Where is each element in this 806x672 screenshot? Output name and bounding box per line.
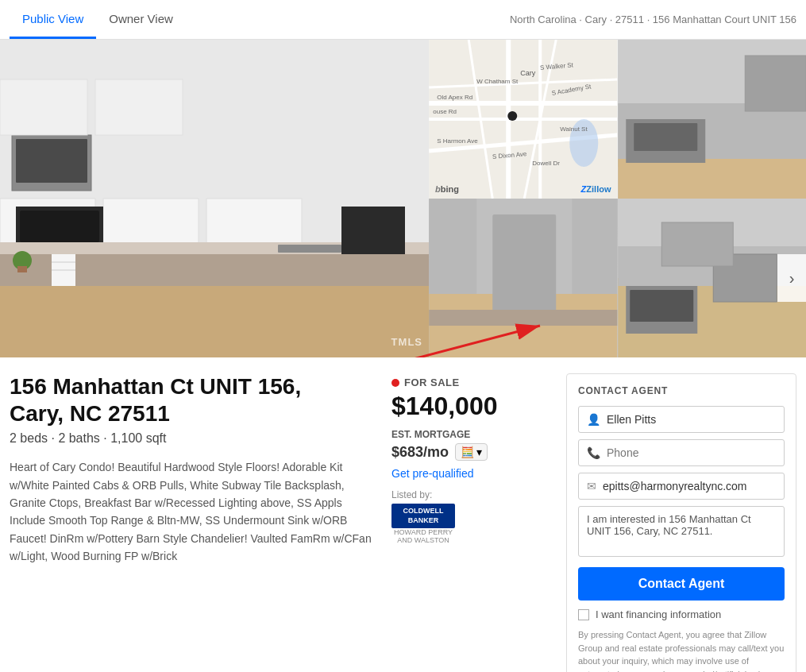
svg-rect-7	[20, 210, 99, 242]
contact-disclaimer: By pressing Contact Agent, you agree tha…	[578, 628, 785, 672]
property-specs: 2 beds · 2 baths · 1,100 sqft	[10, 431, 376, 446]
calc-dropdown-icon: ▾	[476, 446, 482, 458]
est-mortgage-label: EST. MORTGAGE	[391, 429, 550, 440]
svg-rect-19	[17, 266, 27, 272]
svg-text:Walnut St: Walnut St	[560, 126, 588, 133]
svg-text:Cary: Cary	[520, 69, 536, 77]
photo-bottom-right[interactable]: ›	[618, 199, 807, 357]
bing-logo: bbing	[435, 184, 459, 194]
view-tabs: Public View Owner View	[10, 0, 186, 39]
email-field: ✉	[578, 473, 785, 500]
map-cell[interactable]: Cary Old Apex Rd W Chatham St S Walker S…	[429, 40, 618, 199]
svg-rect-11	[278, 245, 341, 253]
svg-rect-5	[206, 199, 302, 246]
svg-rect-12	[0, 79, 87, 135]
svg-rect-50	[492, 214, 556, 318]
listed-by-logo: COLDWELL BANKER	[391, 504, 455, 528]
mortgage-row: $683/mo 🧮 ▾	[391, 443, 550, 461]
agent-name-input[interactable]	[607, 413, 776, 426]
svg-rect-13	[95, 79, 183, 135]
phone-field: 📞	[578, 439, 785, 466]
svg-point-30	[507, 111, 517, 121]
svg-text:S Harmon Ave: S Harmon Ave	[437, 137, 478, 145]
for-sale-badge: FOR SALE	[391, 377, 550, 388]
svg-rect-43	[618, 159, 806, 199]
photo-bl-illustration	[429, 199, 618, 357]
financing-checkbox[interactable]	[578, 609, 589, 620]
svg-rect-51	[429, 310, 617, 326]
listed-by-sub: HOWARD PERRY AND WALSTON	[391, 528, 455, 544]
mortgage-amount: $683/mo	[391, 444, 449, 461]
calculator-icon: 🧮	[461, 446, 474, 458]
financing-row: I want financing information	[578, 608, 785, 620]
map-background: Cary Old Apex Rd W Chatham St S Walker S…	[429, 40, 618, 199]
pre-qualified-link[interactable]: Get pre-qualified	[391, 467, 550, 480]
photo-top-right[interactable]	[618, 40, 807, 199]
for-sale-dot	[391, 379, 399, 387]
svg-rect-44	[745, 56, 806, 111]
financing-label: I want financing information	[596, 608, 721, 620]
contact-agent-button[interactable]: Contact Agent	[578, 567, 785, 601]
svg-rect-14	[341, 207, 405, 254]
property-description: Heart of Cary Condo! Beautiful Hardwood …	[10, 458, 376, 565]
owner-view-tab[interactable]: Owner View	[96, 0, 186, 39]
svg-rect-58	[661, 222, 733, 266]
map-illustration: Cary Old Apex Rd W Chatham St S Walker S…	[429, 40, 618, 199]
zillow-logo: ZZillow	[581, 184, 611, 194]
svg-text:W Chatham St: W Chatham St	[476, 78, 519, 85]
svg-rect-56	[630, 290, 693, 322]
photo-bottom-left[interactable]	[429, 199, 618, 357]
main-photo-illustration	[0, 40, 429, 357]
phone-icon: 📞	[587, 446, 600, 459]
svg-text:Dowell Dr: Dowell Dr	[532, 160, 560, 167]
top-navigation: Public View Owner View North Carolina · …	[0, 0, 806, 40]
photo-grid: TMLS Cary Old Apex	[0, 40, 806, 357]
svg-text:ouse Rd: ouse Rd	[433, 108, 457, 115]
property-address: 156 Manhattan Ct UNIT 156, Cary, NC 2751…	[10, 373, 376, 427]
contact-agent-panel: CONTACT AGENT 👤 📞 ✉ I am interested in 1…	[566, 373, 796, 672]
watermark: TMLS	[391, 336, 422, 348]
phone-input[interactable]	[607, 446, 776, 459]
calculator-button[interactable]: 🧮 ▾	[455, 443, 488, 461]
email-input[interactable]	[603, 480, 776, 492]
price-main: $140,000	[391, 392, 550, 421]
svg-rect-46	[634, 123, 697, 151]
contact-title: CONTACT AGENT	[578, 385, 785, 396]
svg-rect-0	[0, 278, 429, 357]
next-photo-button[interactable]: ›	[777, 254, 806, 302]
public-view-tab[interactable]: Public View	[10, 0, 96, 39]
listed-by-label: Listed by:	[391, 489, 550, 500]
property-info: 156 Manhattan Ct UNIT 156, Cary, NC 2751…	[10, 373, 376, 672]
main-photo[interactable]: TMLS	[0, 40, 429, 357]
svg-text:Old Apex Rd: Old Apex Rd	[437, 94, 472, 101]
price-section: FOR SALE $140,000 EST. MORTGAGE $683/mo …	[391, 373, 550, 672]
agent-name-field: 👤	[578, 406, 785, 433]
person-icon: 👤	[587, 413, 600, 426]
breadcrumb: North Carolina · Cary · 27511 · 156 Manh…	[510, 14, 796, 25]
email-icon: ✉	[587, 480, 596, 492]
photo-tr-illustration	[618, 40, 807, 199]
main-content: 156 Manhattan Ct UNIT 156, Cary, NC 2751…	[0, 357, 806, 672]
svg-rect-4	[103, 199, 199, 246]
svg-rect-9	[16, 139, 87, 183]
message-textarea[interactable]: I am interested in 156 Manhattan Ct UNIT…	[578, 506, 785, 557]
